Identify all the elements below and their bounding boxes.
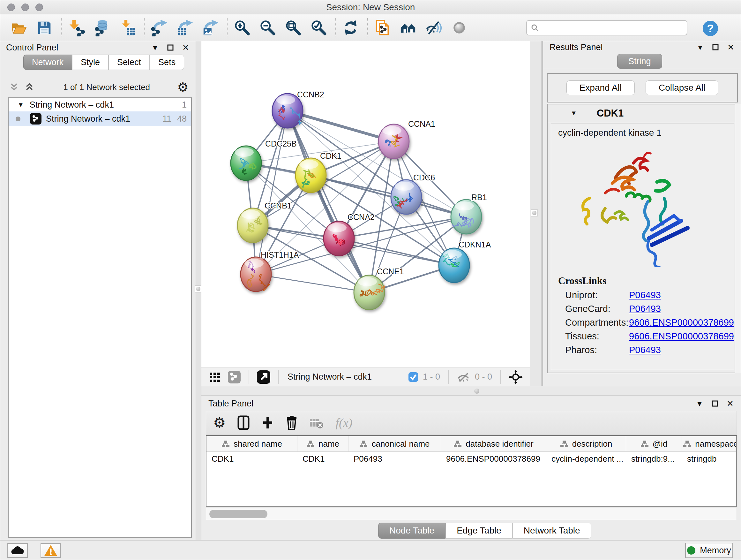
right-splitter-handle[interactable]: [531, 209, 538, 216]
node-label-CDKN1A: CDKN1A: [459, 240, 491, 249]
table-panel-float-icon[interactable]: [711, 399, 719, 408]
edge-CCNA2-CDKN1A[interactable]: [339, 239, 454, 265]
table-settings-gear-icon[interactable]: ⚙: [213, 416, 226, 430]
results-tab-string[interactable]: String: [617, 54, 662, 69]
column-header-canonical-name[interactable]: canonical name: [348, 436, 441, 451]
control-panel-close-icon[interactable]: ✕: [182, 44, 190, 52]
network-collection-row[interactable]: ▼ String Network – cdk1 1: [9, 98, 191, 111]
control-panel-float-icon[interactable]: [166, 44, 175, 52]
edge-CCNB2-CCNA1[interactable]: [287, 111, 394, 141]
node-CDC25B[interactable]: CDC25B: [231, 139, 297, 180]
node-CCNE1[interactable]: CCNE1: [354, 267, 404, 310]
memory-button[interactable]: Memory: [685, 543, 733, 558]
save-session-button[interactable]: [36, 17, 53, 38]
network-canvas[interactable]: CCNB2CCNA1CDC25BCDK1CDC6RB1CCNB1CCNA2CDK…: [201, 41, 530, 368]
node-CDC6[interactable]: CDC6: [391, 173, 435, 214]
function-builder-icon[interactable]: f(x): [335, 416, 352, 430]
clone-network-button[interactable]: [374, 17, 392, 38]
zoom-in-button[interactable]: [233, 17, 251, 38]
left-splitter[interactable]: [196, 41, 201, 540]
import-database-button[interactable]: [93, 17, 111, 38]
tree-expand-triangle-icon[interactable]: ▼: [17, 101, 24, 109]
node-CCNB1[interactable]: CCNB1: [238, 201, 292, 243]
left-splitter-handle[interactable]: [195, 286, 202, 293]
table-panel-close-icon[interactable]: ✕: [726, 399, 734, 408]
help-button[interactable]: ?: [701, 17, 719, 38]
column-header-name[interactable]: name: [297, 436, 348, 451]
crosslink-link[interactable]: P06493: [629, 290, 661, 300]
gene-collapse-triangle-icon[interactable]: ▼: [570, 110, 577, 117]
horizontal-splitter[interactable]: [201, 386, 741, 395]
grid-view-icon[interactable]: [208, 371, 221, 383]
fit-content-crosshair-icon[interactable]: [509, 370, 523, 384]
results-panel-float-icon[interactable]: [711, 43, 720, 51]
gene-section-header[interactable]: ▼ CDK1: [548, 105, 737, 122]
selected-checkbox-icon[interactable]: [408, 372, 418, 382]
tab-network[interactable]: Network: [23, 55, 72, 70]
add-column-icon[interactable]: [261, 415, 274, 430]
tab-style[interactable]: Style: [72, 55, 109, 70]
node-CDKN1A[interactable]: CDKN1A: [439, 240, 491, 283]
column-header-namespace[interactable]: namespace: [682, 436, 737, 451]
expand-all-chevrons-icon[interactable]: [24, 82, 34, 92]
birdseye-view-icon[interactable]: [257, 370, 271, 384]
home-button[interactable]: [399, 17, 417, 38]
import-network-button[interactable]: [67, 17, 85, 38]
collapse-all-chevrons-icon[interactable]: [9, 82, 19, 92]
edge-CDK1-RB1[interactable]: [311, 175, 466, 217]
search-box[interactable]: [526, 20, 687, 36]
table-scrollbar-thumb[interactable]: [209, 510, 267, 518]
refresh-button[interactable]: [342, 17, 360, 38]
node-RB1[interactable]: RB1: [451, 193, 487, 234]
delete-table-icon[interactable]: [309, 416, 324, 429]
export-image-button[interactable]: [201, 17, 219, 38]
edge-CCNB2-CCNE1[interactable]: [287, 111, 369, 293]
search-input[interactable]: [542, 22, 683, 33]
show-hide-button[interactable]: [425, 17, 443, 38]
crosslink-link[interactable]: P06493: [629, 304, 661, 314]
tab-select[interactable]: Select: [109, 55, 150, 70]
table-row[interactable]: CDK1CDK1P064939606.ENSP00000378699cyclin…: [206, 452, 736, 467]
tab-edge-table[interactable]: Edge Table: [446, 523, 513, 539]
export-table-button[interactable]: [176, 17, 194, 38]
column-header-description[interactable]: description: [546, 436, 626, 451]
column-header-@id[interactable]: @id: [626, 436, 682, 451]
network-thumbnail-icon[interactable]: [227, 370, 241, 384]
export-network-button[interactable]: [150, 17, 168, 38]
horizontal-splitter-handle[interactable]: [474, 388, 479, 394]
zoom-out-button[interactable]: [259, 17, 277, 38]
network-row-selected[interactable]: String Network – cdk1 11 48: [9, 111, 191, 126]
column-header-database-identifier[interactable]: database identifier: [441, 436, 546, 451]
table-panel-menu-caret-icon[interactable]: ▾: [695, 399, 704, 408]
results-panel-menu-caret-icon[interactable]: ▾: [696, 43, 704, 51]
zoom-fit-button[interactable]: [284, 17, 302, 38]
open-session-button[interactable]: [10, 17, 28, 38]
control-panel-menu-caret-icon[interactable]: ▾: [151, 44, 159, 52]
crosslink-link[interactable]: P06493: [629, 345, 661, 355]
delete-column-icon[interactable]: [286, 415, 298, 430]
crosslink-link[interactable]: 9606.ENSP00000378699: [629, 331, 734, 341]
node-CCNA1[interactable]: CCNA1: [379, 119, 435, 159]
tab-sets[interactable]: Sets: [150, 55, 184, 70]
column-header-shared-name[interactable]: shared name: [206, 436, 297, 451]
table-horizontal-scrollbar[interactable]: [206, 508, 737, 520]
results-scrollbar[interactable]: [735, 104, 741, 373]
node-CDK1[interactable]: CDK1: [295, 151, 341, 192]
cloud-status-button[interactable]: [7, 543, 28, 558]
node-CCNB2[interactable]: CCNB2: [272, 90, 324, 128]
expand-all-button[interactable]: Expand All: [566, 80, 635, 95]
tab-node-table[interactable]: Node Table: [378, 523, 446, 539]
crosslink-link[interactable]: 9606.ENSP00000378699: [629, 317, 734, 328]
zoom-selected-button[interactable]: [310, 17, 328, 38]
import-table-button[interactable]: [118, 17, 136, 38]
show-columns-icon[interactable]: [237, 415, 250, 430]
level-of-detail-button[interactable]: [450, 17, 468, 38]
results-panel-close-icon[interactable]: ✕: [727, 43, 735, 51]
right-splitter[interactable]: [530, 41, 543, 386]
warning-status-button[interactable]: [41, 543, 61, 558]
node-HIST1H1A[interactable]: HIST1H1A: [241, 250, 299, 292]
network-options-gear-icon[interactable]: ⚙: [177, 81, 189, 94]
tab-network-table[interactable]: Network Table: [513, 523, 591, 539]
hidden-eye-slash-icon[interactable]: [456, 371, 470, 383]
collapse-all-button[interactable]: Collapse All: [646, 80, 718, 95]
